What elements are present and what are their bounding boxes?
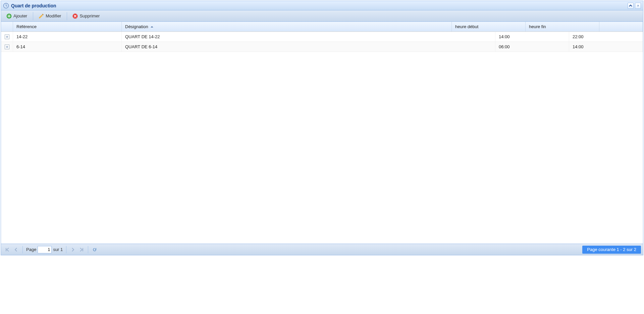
plus-circle-icon xyxy=(6,13,12,19)
column-header-reference-label: Référence xyxy=(16,24,37,29)
expand-row-button[interactable] xyxy=(5,45,9,49)
paging-separator xyxy=(22,246,23,253)
paging-status: Page courante 1 - 2 sur 2 xyxy=(582,246,641,254)
add-button[interactable]: Ajouter xyxy=(3,11,30,21)
cell-designation: QUART DE 14-22 xyxy=(122,32,495,42)
pencil-icon xyxy=(38,13,44,19)
column-header-end-time[interactable]: heure fin xyxy=(526,22,599,32)
column-header-start-time[interactable]: heure début xyxy=(452,22,526,32)
grid-body: 14-22 QUART DE 14-22 14:00 22:00 6-14 QU… xyxy=(1,32,643,244)
collapse-button[interactable] xyxy=(628,3,634,9)
table-row[interactable]: 6-14 QUART DE 6-14 06:00 14:00 xyxy=(1,42,643,52)
sort-ascending-icon xyxy=(150,25,154,28)
grid-header-row: Référence Désignation heure début heure … xyxy=(1,22,643,32)
last-page-button[interactable] xyxy=(78,246,85,253)
column-header-spare xyxy=(599,22,643,32)
panel-quart-de-production: Quart de production ? Ajouter Modifier xyxy=(1,1,643,255)
table-row[interactable]: 14-22 QUART DE 14-22 14:00 22:00 xyxy=(1,32,643,42)
add-button-label: Ajouter xyxy=(13,13,27,18)
expand-row-button[interactable] xyxy=(5,35,9,39)
first-page-button[interactable] xyxy=(4,246,11,253)
edit-button[interactable]: Modifier xyxy=(35,11,64,21)
prev-page-button[interactable] xyxy=(12,246,20,253)
delete-button-label: Supprimer xyxy=(79,13,100,18)
column-header-designation[interactable]: Désignation xyxy=(122,22,452,32)
panel-header: Quart de production ? xyxy=(1,1,643,10)
cell-designation: QUART DE 6-14 xyxy=(122,42,495,52)
cell-reference: 6-14 xyxy=(13,42,122,52)
svg-text:?: ? xyxy=(637,4,639,7)
page-label: Page xyxy=(26,247,36,252)
edit-button-label: Modifier xyxy=(46,13,61,18)
page-total-label: sur 1 xyxy=(53,247,63,252)
toolbar-separator xyxy=(67,12,67,20)
panel-title: Quart de production xyxy=(11,3,56,8)
cell-start-time: 14:00 xyxy=(495,32,569,42)
cell-end-time: 14:00 xyxy=(569,42,643,52)
help-button[interactable]: ? xyxy=(635,3,641,9)
row-expand-cell xyxy=(1,42,13,52)
delete-circle-icon xyxy=(72,13,78,19)
cell-reference: 14-22 xyxy=(13,32,122,42)
column-header-designation-label: Désignation xyxy=(125,24,148,29)
next-page-button[interactable] xyxy=(69,246,76,253)
paging-toolbar: Page sur 1 Page courante 1 - 2 sur 2 xyxy=(1,244,643,255)
row-expand-cell xyxy=(1,32,13,42)
column-header-start-time-label: heure début xyxy=(455,24,478,29)
data-grid: Référence Désignation heure début heure … xyxy=(1,22,643,244)
column-header-end-time-label: heure fin xyxy=(529,24,546,29)
paging-separator xyxy=(66,246,66,253)
refresh-button[interactable] xyxy=(91,246,98,253)
toolbar-separator xyxy=(33,12,33,20)
page-number-input[interactable] xyxy=(38,246,52,253)
column-header-reference[interactable]: Référence xyxy=(13,22,122,32)
clock-icon xyxy=(3,3,9,9)
column-header-expand[interactable] xyxy=(1,22,13,32)
paging-separator xyxy=(88,246,88,253)
delete-button[interactable]: Supprimer xyxy=(69,11,103,21)
cell-end-time: 22:00 xyxy=(569,32,643,42)
cell-start-time: 06:00 xyxy=(495,42,569,52)
toolbar: Ajouter Modifier Supprimer xyxy=(1,10,643,22)
